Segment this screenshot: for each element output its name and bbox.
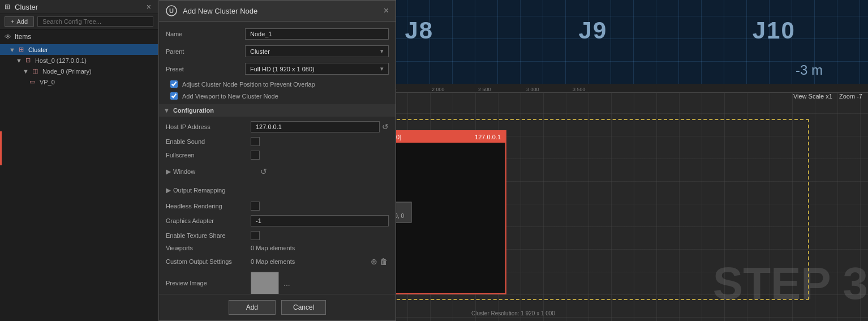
configuration-label: Configuration: [173, 107, 214, 114]
cancel-button[interactable]: Cancel: [281, 300, 326, 315]
label-j10: J10: [753, 17, 796, 44]
headless-rendering-checkbox[interactable]: [251, 202, 260, 211]
plus-icon: +: [11, 18, 14, 25]
tree-item-node0[interactable]: ▼ ◫ Node_0 (Primary): [0, 66, 158, 76]
panel-title: Cluster: [15, 3, 140, 11]
add-viewport-row: Add Viewport to New Cluster Node: [166, 92, 389, 100]
add-button[interactable]: + Add: [5, 16, 34, 27]
add-node-button[interactable]: Add: [229, 300, 276, 315]
enable-sound-checkbox[interactable]: [251, 137, 260, 146]
tree-item-vp0[interactable]: ▭ VP_0: [0, 76, 158, 87]
panel-toolbar: + Add: [0, 14, 158, 29]
enable-texture-share-checkbox[interactable]: [251, 231, 260, 240]
tree-item-cluster[interactable]: ▼ ⊞ Cluster: [0, 44, 158, 55]
scale-bar: View Scale x1 Zoom -7: [793, 93, 862, 100]
fullscreen-checkbox[interactable]: [251, 151, 260, 160]
ruler-mark-2500: 2 500: [478, 87, 491, 92]
chevron-down-icon-preset: ▾: [380, 65, 384, 72]
custom-output-add-button[interactable]: ⊕: [369, 256, 379, 267]
cluster-icon: ⊞: [19, 46, 24, 53]
window-section[interactable]: ▶ Window ↺: [166, 164, 389, 179]
search-input[interactable]: [37, 16, 153, 27]
adjust-position-row: Adjust Cluster Node Position to Prevent …: [166, 80, 389, 88]
host-ip-label: Host IP Address: [166, 123, 251, 130]
headless-rendering-row: Headless Rendering: [166, 202, 389, 211]
window-reset-button[interactable]: ↺: [260, 167, 267, 176]
dialog: U Add New Cluster Node × Name Parent Clu…: [158, 0, 396, 321]
tree-label-cluster: Cluster: [28, 46, 48, 53]
dialog-body: Name Parent Cluster ▾ Preset Full HD (1 …: [159, 22, 396, 294]
panel-icon: ⊞: [5, 3, 10, 11]
ruler-mark-2000: 2 000: [432, 87, 445, 92]
preview-image-row: Preview Image ...: [166, 272, 389, 294]
panel-close-button[interactable]: ×: [144, 2, 153, 11]
preview-thumbnail[interactable]: [251, 272, 279, 294]
collapse-icon: ▼: [9, 46, 15, 53]
panel-header: ⊞ Cluster ×: [0, 0, 158, 14]
dialog-titlebar: U Add New Cluster Node ×: [159, 1, 396, 22]
add-label: Add: [16, 18, 28, 25]
chevron-down-icon: ▾: [380, 48, 384, 55]
left-panel: ⊞ Cluster × + Add 👁 Items ▼ ⊞ Cluster ▼ …: [0, 0, 158, 321]
host-ip-input[interactable]: [251, 121, 380, 132]
dialog-close-button[interactable]: ×: [384, 6, 389, 16]
parent-field-row: Parent Cluster ▾: [166, 45, 389, 57]
headless-rendering-label: Headless Rendering: [166, 203, 251, 209]
tree-label-host0: Host_0 (127.0.0.1): [35, 57, 87, 64]
zoom-label: Zoom -7: [839, 93, 862, 100]
name-label: Name: [166, 31, 245, 37]
enable-sound-label: Enable Sound: [166, 138, 251, 145]
adjust-position-checkbox[interactable]: [170, 80, 178, 88]
preset-field-row: Preset Full HD (1 920 x 1 080) ▾: [166, 63, 389, 75]
host-box-ip: 127.0.0.1: [475, 134, 501, 140]
host-ip-reset-button[interactable]: ↺: [382, 122, 389, 131]
add-viewport-checkbox[interactable]: [170, 92, 178, 100]
host-ip-row: Host IP Address ↺: [166, 121, 389, 132]
preset-select[interactable]: Full HD (1 920 x 1 080) ▾: [245, 63, 389, 75]
ruler-mark-3500: 3 500: [573, 87, 586, 92]
ruler-mark-3000: 3 000: [526, 87, 539, 92]
parent-label: Parent: [166, 48, 245, 55]
name-input[interactable]: [245, 28, 389, 40]
window-label: Window: [173, 168, 258, 175]
preset-value: Full HD (1 920 x 1 080): [250, 66, 315, 72]
custom-output-delete-button[interactable]: 🗑: [379, 256, 389, 267]
label-j9: J9: [579, 17, 608, 44]
section-arrow-icon: ▼: [164, 107, 170, 114]
dialog-title: Add New Cluster Node: [183, 7, 384, 15]
window-arrow-icon: ▶: [166, 168, 171, 176]
eye-icon: 👁: [5, 33, 11, 41]
name-field-row: Name: [166, 28, 389, 40]
custom-output-settings-row: Custom Output Settings 0 Map elements ⊕ …: [166, 256, 389, 267]
parent-select[interactable]: Cluster ▾: [245, 45, 389, 57]
unreal-logo-icon: U: [166, 5, 177, 16]
left-border-indicator: [0, 131, 2, 165]
viewports-value: 0 Map elements: [251, 245, 389, 251]
viewports-label: Viewports: [166, 245, 251, 251]
preset-label: Preset: [166, 66, 245, 72]
section-label: 👁 Items: [0, 29, 158, 44]
tree-item-host0[interactable]: ▼ ⊡ Host_0 (127.0.0.1): [0, 55, 158, 66]
fullscreen-row: Fullscreen: [166, 151, 389, 160]
fullscreen-label: Fullscreen: [166, 152, 251, 159]
config-tree: ▼ ⊞ Cluster ▼ ⊡ Host_0 (127.0.0.1) ▼ ◫ N…: [0, 44, 158, 321]
items-label: Items: [15, 33, 31, 41]
output-remap-arrow-icon: ▶: [166, 186, 171, 194]
step-text-right: STEP 3: [713, 258, 868, 310]
preview-more-button[interactable]: ...: [283, 279, 290, 288]
adjust-position-label: Adjust Cluster Node Position to Prevent …: [182, 81, 315, 88]
enable-texture-share-row: Enable Texture Share: [166, 231, 389, 240]
viewports-row: Viewports 0 Map elements: [166, 245, 389, 251]
label-j8: J8: [405, 17, 433, 44]
node-icon: ◫: [32, 67, 38, 75]
graphics-adapter-input[interactable]: [251, 215, 389, 226]
graphics-adapter-row: Graphics Adapter: [166, 215, 389, 226]
dialog-footer: Add Cancel: [159, 294, 396, 320]
output-remapping-label: Output Remapping: [173, 187, 258, 194]
collapse-icon-host: ▼: [16, 57, 22, 64]
configuration-section-header[interactable]: ▼ Configuration: [159, 104, 396, 117]
custom-output-settings-label: Custom Output Settings: [166, 258, 251, 265]
tree-label-vp0: VP_0: [40, 79, 55, 85]
preview-image-label: Preview Image: [166, 280, 251, 286]
output-remapping-section[interactable]: ▶ Output Remapping: [166, 183, 389, 197]
